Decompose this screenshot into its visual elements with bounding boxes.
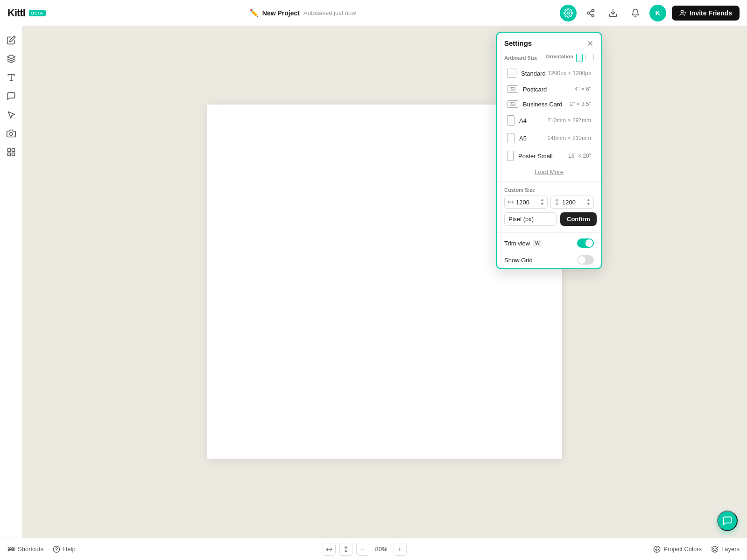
camera-icon [7,129,16,138]
layers-label: Layers [721,546,740,553]
settings-icon-btn[interactable] [560,5,577,21]
confirm-button[interactable]: Confirm [560,212,597,226]
zoom-in-btn[interactable]: + [394,543,407,556]
sidebar-item-grid[interactable] [3,144,20,161]
svg-rect-14 [7,149,10,152]
close-icon [586,40,594,47]
size-icon-poster-small [507,151,514,161]
height-decrement-btn[interactable]: ▼ [586,202,591,206]
height-input[interactable] [562,199,585,206]
sidebar-item-camera[interactable] [3,125,20,142]
edit-icon [7,35,16,45]
size-row-postcard[interactable]: Postcard 4" × 6" [500,82,599,97]
svg-line-4 [589,14,592,15]
load-more-button[interactable]: Load More [497,165,601,179]
chat-bubble-button[interactable] [717,511,738,531]
canvas-area [22,26,747,538]
bell-icon [631,8,640,18]
chat-icon [722,516,733,526]
download-icon [608,8,618,18]
unit-select[interactable]: Pixel (px) Millimeter (mm) Inch (in) Cen… [504,212,557,226]
svg-rect-16 [12,153,14,156]
image-icon [510,87,515,91]
show-grid-toggle[interactable] [577,255,594,265]
svg-rect-26 [8,547,9,549]
flip-icon [326,546,332,553]
size-dims-a4: 210mm × 297mm [547,117,591,124]
left-sidebar [0,26,22,538]
sidebar-item-layers[interactable] [3,50,20,67]
zoom-controls: − 80% + [323,543,407,556]
size-row-a4[interactable]: A4 210mm × 297mm [500,112,599,129]
header-center: ✏️ New Project Autosaved just now [249,8,356,17]
svg-line-5 [589,11,592,12]
bell-icon-btn[interactable] [627,5,644,21]
svg-rect-15 [12,149,14,152]
help-button[interactable]: Help [53,546,76,553]
trim-view-row: Trim view W [497,235,601,252]
size-icon-a4 [507,115,514,126]
invite-friends-button[interactable]: Invite Friends [672,6,740,21]
trim-view-label-text: Trim view [504,240,530,247]
avatar-btn[interactable]: K [649,5,666,21]
settings-title: Settings [504,39,532,47]
project-name[interactable]: New Project [262,9,300,17]
close-settings-button[interactable] [586,40,594,47]
portrait-orientation-btn[interactable] [576,54,583,62]
share-icon-btn[interactable] [582,5,599,21]
width-arrow-icon [507,199,514,205]
bottom-left: Shortcuts Help [7,546,76,553]
zoom-flip-h-btn[interactable] [323,543,336,556]
width-decrement-btn[interactable]: ▼ [540,202,544,206]
svg-point-39 [655,549,655,549]
size-name-postcard: Postcard [523,86,547,93]
trim-shortcut-badge: W [533,240,542,247]
size-row-standard[interactable]: Standard 1200px × 1200px [500,65,599,82]
size-row-business-card[interactable]: Business Card 2" × 3.5" [500,97,599,112]
help-label: Help [63,546,76,553]
sidebar-item-speech[interactable] [3,88,20,105]
height-spinner: ▲ ▼ [586,198,591,206]
header-right: K Invite Friends [560,5,740,21]
settings-panel: Settings Artboard Size Orientation Stand… [496,32,602,269]
svg-rect-22 [510,103,515,106]
zoom-out-btn[interactable]: − [356,543,369,556]
custom-size-bottom: Pixel (px) Millimeter (mm) Inch (in) Cen… [497,212,601,231]
svg-point-40 [658,549,659,549]
layers-item[interactable]: Layers [711,546,740,553]
text-icon [7,73,16,82]
size-icon-postcard [507,85,518,93]
layers-icon [7,54,16,63]
width-input[interactable] [516,199,538,206]
size-name-business-card: Business Card [523,101,563,108]
project-colors-item[interactable]: Project Colors [653,546,702,553]
size-name-poster-small: Poster Small [518,153,553,160]
header: Kittl BETA ✏️ New Project Autosaved just… [0,0,747,26]
size-row-a5[interactable]: A5 148mm × 210mm [500,129,599,147]
download-icon-btn[interactable] [605,5,621,21]
shortcuts-button[interactable]: Shortcuts [7,546,43,553]
svg-rect-27 [10,547,11,549]
sidebar-item-cursor[interactable] [3,106,20,123]
width-spinner: ▲ ▼ [540,198,544,206]
svg-point-7 [681,10,683,13]
invite-label: Invite Friends [690,9,732,17]
zoom-flip-v-btn[interactable] [339,543,352,556]
trim-view-toggle[interactable] [577,238,594,248]
orientation-label-text: Orientation [546,54,573,62]
cursor-icon [7,110,16,119]
height-arrow-icon [554,199,560,205]
size-dims-a5: 148mm × 210mm [547,135,591,141]
svg-marker-10 [7,55,15,59]
sidebar-item-text[interactable] [3,69,20,86]
svg-point-0 [567,12,569,14]
sidebar-item-edit[interactable] [3,32,20,49]
landscape-orientation-btn[interactable] [585,54,594,60]
beta-badge: BETA [29,10,46,16]
help-icon [53,546,60,553]
size-row-poster-small[interactable]: Poster Small 16" × 20" [500,147,599,165]
svg-point-41 [657,547,657,548]
gear-icon [564,8,573,18]
height-input-wrapper: ▲ ▼ [550,196,594,209]
bottom-bar: Shortcuts Help − 80% + Project Colors La… [0,538,747,560]
